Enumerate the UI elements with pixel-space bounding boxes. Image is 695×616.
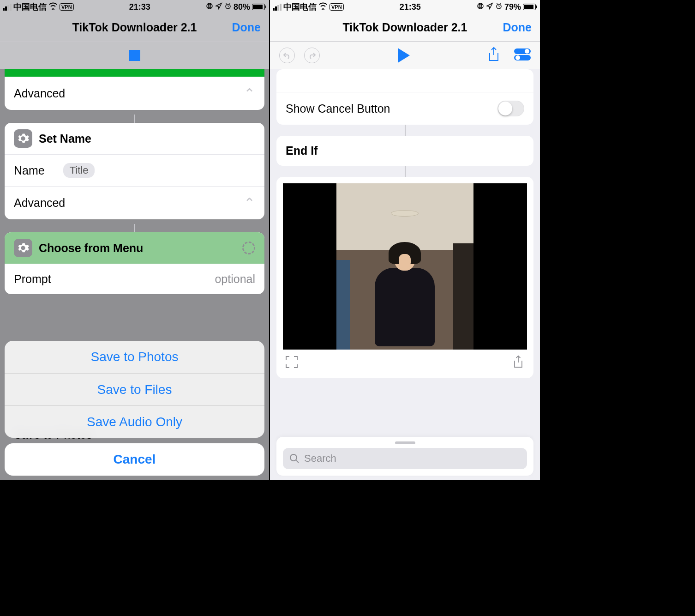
battery-icon [252, 4, 266, 10]
done-button[interactable]: Done [503, 21, 532, 34]
share-result-button[interactable] [511, 355, 525, 371]
workflow-content: Show Cancel Button End If [270, 69, 540, 480]
save-to-photos-option[interactable]: Save to Photos [5, 341, 264, 373]
choose-from-menu-header: Choose from Menu [39, 242, 143, 255]
gear-icon [14, 129, 32, 148]
nav-header: TikTok Downloader 2.1 Done [270, 14, 540, 42]
show-cancel-button-row: Show Cancel Button [276, 92, 533, 125]
share-icon [487, 47, 500, 62]
play-icon [398, 48, 410, 63]
show-cancel-toggle[interactable] [497, 101, 524, 116]
advanced-label: Advanced [14, 87, 65, 100]
svg-point-7 [515, 55, 520, 60]
location-icon [486, 2, 493, 12]
svg-point-8 [290, 454, 297, 461]
search-icon [289, 453, 300, 464]
run-button[interactable] [398, 48, 410, 63]
battery-pct: 80% [234, 2, 250, 12]
done-button[interactable]: Done [232, 21, 261, 34]
expand-button[interactable] [285, 355, 299, 371]
status-bar: 中国电信 VPN 21:35 79% [270, 0, 540, 14]
toggles-icon [514, 48, 531, 61]
search-field[interactable]: Search [283, 448, 527, 469]
connector-line [405, 125, 406, 136]
advanced-row[interactable]: Advanced ⌃ [5, 77, 264, 110]
status-bar: 中国电信 VPN 21:33 80% [0, 0, 269, 14]
expand-icon [285, 355, 299, 369]
connector-line [134, 224, 135, 232]
save-audio-only-option[interactable]: Save Audio Only [5, 405, 264, 438]
alarm-icon [495, 2, 503, 12]
save-to-files-option[interactable]: Save to Files [5, 373, 264, 405]
connector-line [134, 115, 135, 123]
prompt-row[interactable]: Prompt optional [5, 264, 264, 294]
status-time: 21:35 [400, 2, 421, 12]
set-name-header: Set Name [39, 132, 91, 145]
left-screenshot: 中国电信 VPN 21:33 80% TikTok Downloader 2.1… [0, 0, 270, 480]
redo-button[interactable] [304, 48, 320, 63]
action-sheet: Save to Photos Save to Files Save Audio … [5, 341, 264, 476]
vpn-badge: VPN [330, 3, 344, 11]
show-cancel-label: Show Cancel Button [286, 102, 390, 115]
right-screenshot: 中国电信 VPN 21:35 79% TikTok Downloader 2.1… [270, 0, 540, 480]
end-if-label: End If [286, 144, 318, 157]
share-icon [511, 355, 525, 369]
share-button[interactable] [487, 47, 500, 64]
get-contents-card: Advanced ⌃ [5, 69, 264, 110]
carrier-label: 中国电信 [283, 1, 317, 12]
grabber-handle[interactable] [395, 441, 415, 444]
prompt-placeholder: optional [215, 272, 255, 286]
svg-point-5 [525, 49, 529, 54]
battery-icon [523, 4, 537, 10]
battery-pct: 79% [504, 2, 521, 12]
nav-header: TikTok Downloader 2.1 Done [0, 14, 269, 42]
action-sheet-options: Save to Photos Save to Files Save Audio … [5, 341, 264, 438]
gear-icon [14, 239, 32, 257]
nav-title: TikTok Downloader 2.1 [343, 21, 467, 34]
vpn-badge: VPN [60, 3, 74, 11]
spinner-icon [242, 242, 255, 254]
rotation-lock-icon [477, 2, 484, 12]
chevron-up-icon: ⌃ [244, 195, 255, 211]
search-panel[interactable]: Search [276, 437, 533, 476]
settings-button[interactable] [514, 48, 531, 63]
status-time: 21:33 [129, 2, 150, 12]
set-name-card: Set Name Name Title Advanced ⌃ [5, 123, 264, 219]
alarm-icon [224, 2, 232, 12]
name-label: Name [14, 164, 45, 177]
connector-line [405, 166, 406, 177]
video-preview[interactable] [283, 183, 527, 350]
name-param-row[interactable]: Name Title [5, 154, 264, 186]
stop-running-indicator[interactable] [129, 50, 140, 61]
wifi-icon [318, 2, 328, 12]
location-icon [215, 2, 222, 12]
carrier-label: 中国电信 [13, 1, 47, 12]
choose-from-menu-card: Choose from Menu Prompt optional [5, 232, 264, 294]
search-placeholder: Search [304, 453, 336, 465]
prompt-label: Prompt [14, 272, 51, 286]
signal-icon [3, 4, 12, 11]
rotation-lock-icon [206, 2, 213, 12]
toolbar [270, 42, 540, 69]
wifi-icon [48, 2, 58, 12]
advanced-row-2[interactable]: Advanced ⌃ [5, 186, 264, 219]
nav-title: TikTok Downloader 2.1 [72, 21, 197, 34]
signal-icon [273, 4, 282, 11]
action-card: Show Cancel Button [276, 69, 533, 125]
name-title-token[interactable]: Title [63, 163, 95, 178]
result-preview-card [276, 177, 533, 378]
cancel-button[interactable]: Cancel [5, 443, 264, 476]
advanced-label-2: Advanced [14, 196, 65, 210]
chevron-up-icon: ⌃ [244, 85, 255, 102]
end-if-card: End If [276, 136, 533, 166]
blank-row [276, 69, 533, 92]
toolbar [0, 42, 269, 69]
undo-button[interactable] [279, 48, 295, 63]
